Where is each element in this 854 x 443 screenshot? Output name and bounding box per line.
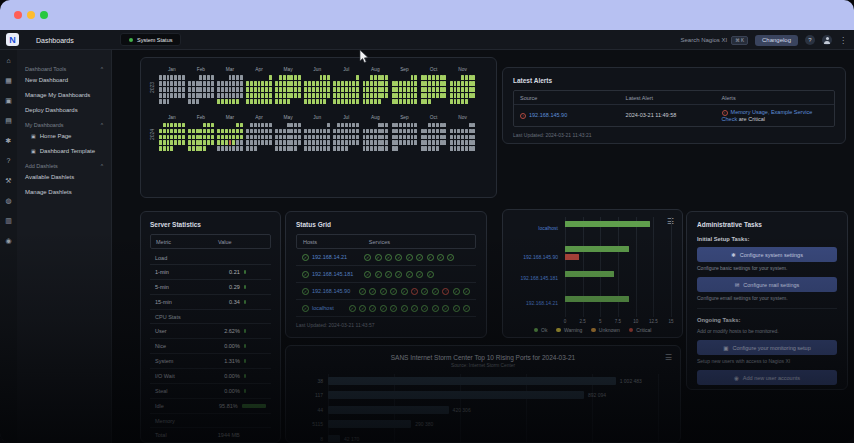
- heatmap-day-cell[interactable]: [370, 135, 373, 140]
- heatmap-day-cell[interactable]: [199, 140, 202, 145]
- heatmap-day-cell[interactable]: [363, 140, 366, 145]
- heatmap-day-cell[interactable]: [221, 93, 224, 98]
- heatmap-day-cell[interactable]: [454, 93, 457, 98]
- service-ok-icon[interactable]: ✓: [401, 288, 408, 295]
- heatmap-day-cell[interactable]: [345, 81, 348, 86]
- heatmap-day-cell[interactable]: [392, 93, 395, 98]
- service-ok-icon[interactable]: ✓: [375, 271, 382, 278]
- heatmap-day-cell[interactable]: [432, 135, 435, 140]
- heatmap-day-cell[interactable]: [333, 93, 336, 98]
- heatmap-day-cell[interactable]: [337, 99, 340, 104]
- heatmap-day-cell[interactable]: [432, 140, 435, 145]
- heatmap-day-cell[interactable]: [221, 99, 224, 104]
- heatmap-day-cell[interactable]: [432, 123, 435, 128]
- heatmap-day-cell[interactable]: [363, 81, 366, 86]
- heatmap-day-cell[interactable]: [159, 146, 162, 151]
- heatmap-day-cell[interactable]: [203, 75, 206, 80]
- heatmap-day-cell[interactable]: [450, 129, 453, 134]
- heatmap-day-cell[interactable]: [381, 146, 384, 151]
- heatmap-day-cell[interactable]: [421, 99, 424, 104]
- heatmap-day-cell[interactable]: [240, 129, 243, 134]
- heatmap-day-cell[interactable]: [308, 87, 311, 92]
- heatmap-day-cell[interactable]: [316, 93, 319, 98]
- heatmap-day-cell[interactable]: [261, 129, 264, 134]
- heatmap-day-cell[interactable]: [457, 81, 460, 86]
- heatmap-day-cell[interactable]: [472, 129, 475, 134]
- heatmap-day-cell[interactable]: [378, 146, 381, 151]
- heatmap-day-cell[interactable]: [254, 146, 257, 151]
- heatmap-day-cell[interactable]: [196, 93, 199, 98]
- sidebar-item-dashboard-template[interactable]: ▣Dashboard Template: [25, 148, 103, 154]
- heatmap-day-cell[interactable]: [174, 75, 177, 80]
- heatmap-day-cell[interactable]: [450, 146, 453, 151]
- heatmap-day-cell[interactable]: [240, 123, 243, 128]
- heatmap-day-cell[interactable]: [378, 93, 381, 98]
- heatmap-day-cell[interactable]: [225, 146, 228, 151]
- heatmap-day-cell[interactable]: [327, 129, 330, 134]
- heatmap-day-cell[interactable]: [320, 93, 323, 98]
- heatmap-day-cell[interactable]: [182, 75, 185, 80]
- heatmap-day-cell[interactable]: [469, 81, 472, 86]
- configure-mail-settings-button[interactable]: ✉Configure mail settings: [697, 277, 837, 292]
- heatmap-day-cell[interactable]: [374, 81, 377, 86]
- heatmap-day-cell[interactable]: [414, 87, 417, 92]
- heatmap-day-cell[interactable]: [421, 146, 424, 151]
- heatmap-day-cell[interactable]: [254, 87, 257, 92]
- heatmap-day-cell[interactable]: [436, 129, 439, 134]
- heatmap-day-cell[interactable]: [298, 81, 301, 86]
- heatmap-day-cell[interactable]: [395, 93, 398, 98]
- heatmap-day-cell[interactable]: [240, 87, 243, 92]
- heatmap-day-cell[interactable]: [217, 93, 220, 98]
- host-link[interactable]: ✓192.168.14.21: [302, 254, 364, 261]
- reports-icon[interactable]: ▤: [5, 117, 12, 125]
- heatmap-day-cell[interactable]: [298, 75, 301, 80]
- heatmap-day-cell[interactable]: [269, 99, 272, 104]
- heatmap-day-cell[interactable]: [246, 99, 249, 104]
- heatmap-day-cell[interactable]: [316, 81, 319, 86]
- heatmap-day-cell[interactable]: [337, 93, 340, 98]
- heatmap-day-cell[interactable]: [279, 87, 282, 92]
- bar-ok[interactable]: [565, 246, 629, 252]
- heatmap-day-cell[interactable]: [457, 99, 460, 104]
- heatmap-day-cell[interactable]: [312, 93, 315, 98]
- heatmap-day-cell[interactable]: [323, 140, 326, 145]
- heatmap-day-cell[interactable]: [414, 140, 417, 145]
- heatmap-day-cell[interactable]: [457, 140, 460, 145]
- heatmap-day-cell[interactable]: [450, 87, 453, 92]
- heatmap-day-cell[interactable]: [432, 87, 435, 92]
- heatmap-day-cell[interactable]: [349, 140, 352, 145]
- heatmap-day-cell[interactable]: [167, 93, 170, 98]
- heatmap-day-cell[interactable]: [269, 93, 272, 98]
- heatmap-day-cell[interactable]: [323, 135, 326, 140]
- heatmap-day-cell[interactable]: [192, 146, 195, 151]
- service-ok-icon[interactable]: ✓: [406, 254, 413, 261]
- heatmap-day-cell[interactable]: [287, 146, 290, 151]
- heatmap-day-cell[interactable]: [236, 146, 239, 151]
- heatmap-day-cell[interactable]: [320, 140, 323, 145]
- heatmap-day-cell[interactable]: [316, 129, 319, 134]
- heatmap-day-cell[interactable]: [432, 81, 435, 86]
- heatmap-day-cell[interactable]: [320, 129, 323, 134]
- heatmap-day-cell[interactable]: [304, 135, 307, 140]
- heatmap-day-cell[interactable]: [454, 140, 457, 145]
- configure-icon[interactable]: ✱: [6, 137, 12, 145]
- heatmap-day-cell[interactable]: [337, 123, 340, 128]
- heatmap-day-cell[interactable]: [308, 135, 311, 140]
- heatmap-day-cell[interactable]: [407, 135, 410, 140]
- service-critical-icon[interactable]: !: [442, 288, 449, 295]
- heatmap-day-cell[interactable]: [461, 129, 464, 134]
- heatmap-day-cell[interactable]: [258, 87, 261, 92]
- heatmap-day-cell[interactable]: [196, 135, 199, 140]
- heatmap-day-cell[interactable]: [192, 93, 195, 98]
- heatmap-day-cell[interactable]: [312, 140, 315, 145]
- column-header-value[interactable]: Value: [213, 235, 237, 248]
- service-ok-icon[interactable]: ✓: [421, 288, 428, 295]
- user-icon[interactable]: ◉: [5, 237, 11, 245]
- service-ok-icon[interactable]: ✓: [442, 305, 449, 312]
- heatmap-day-cell[interactable]: [345, 140, 348, 145]
- heatmap-day-cell[interactable]: [192, 99, 195, 104]
- heatmap-day-cell[interactable]: [217, 87, 220, 92]
- heatmap-day-cell[interactable]: [258, 99, 261, 104]
- heatmap-day-cell[interactable]: [188, 87, 191, 92]
- heatmap-day-cell[interactable]: [363, 135, 366, 140]
